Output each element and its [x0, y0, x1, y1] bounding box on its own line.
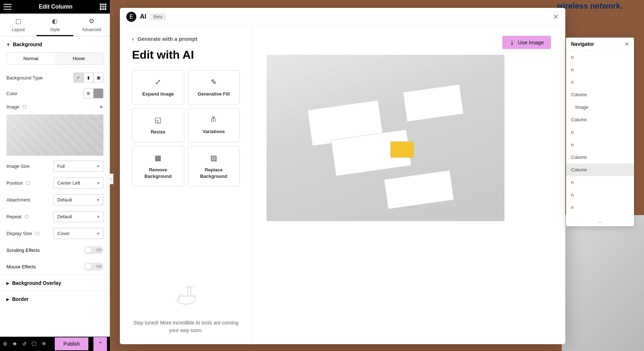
modal-header: E AI Beta ✕ — [120, 8, 565, 26]
row-color: Color ⊕ — [0, 86, 110, 101]
action-remove-bg[interactable]: ▦Remove Background — [132, 146, 184, 187]
action-variations[interactable]: ⫚Variations — [188, 108, 240, 142]
action-expand-image[interactable]: ⤢Expand Image — [132, 70, 184, 104]
action-resize[interactable]: ◱Resize — [132, 108, 184, 142]
promo-text: Stay tuned! More incredible AI tools are… — [132, 319, 240, 334]
bg-type-classic[interactable]: ✓ — [73, 73, 83, 83]
sidebar-collapse-handle[interactable]: ‹ — [110, 174, 113, 184]
device-icon[interactable]: 🖵 — [35, 231, 39, 236]
label-mouse: Mouse Effects — [6, 264, 36, 269]
label-bg-type: Background Type — [6, 75, 43, 81]
nav-item[interactable]: Column — [566, 88, 634, 101]
right-header: ⭳Use Image — [267, 36, 551, 49]
publish-caret[interactable]: ⌃ — [93, 337, 107, 351]
tab-advanced[interactable]: ⚙Advanced — [73, 14, 110, 36]
navigator-header: Navigator ✕ — [566, 38, 634, 51]
use-image-button[interactable]: ⭳Use Image — [502, 36, 551, 49]
device-icon[interactable]: 🖵 — [26, 181, 30, 186]
back-link[interactable]: ‹Generate with a prompt — [132, 36, 240, 42]
navigator-title: Navigator — [571, 41, 594, 47]
close-icon[interactable]: ✕ — [553, 13, 559, 21]
nav-item[interactable]: Column — [566, 151, 634, 164]
switch-mouse[interactable]: Off — [84, 263, 103, 270]
modal-left-panel: ‹Generate with a prompt Edit with AI ⤢Ex… — [120, 26, 252, 344]
label-display-size: Display Size🖵 — [6, 231, 39, 236]
layers-icon[interactable]: ❖ — [13, 341, 17, 347]
modal-right-panel: ⭳Use Image — [252, 26, 565, 344]
bg-type-buttons: ✓ ▮ ▣ — [73, 73, 103, 83]
device-icon[interactable]: 🖵 — [24, 214, 29, 219]
replace-bg-icon: ▨ — [191, 153, 237, 162]
ai-modal: E AI Beta ✕ ‹Generate with a prompt Edit… — [120, 8, 565, 344]
bg-type-gradient[interactable]: ▮ — [83, 73, 93, 83]
publish-button[interactable]: Publish — [55, 337, 88, 350]
color-swatch[interactable] — [93, 88, 103, 98]
device-icon[interactable]: 🖵 — [22, 104, 26, 109]
responsive-icon[interactable]: 🖵 — [31, 341, 36, 347]
nav-item[interactable]: Image — [566, 101, 634, 113]
action-generative-fill[interactable]: ✎Generative Fill — [188, 70, 240, 104]
switch-scrolling[interactable]: Off — [84, 246, 103, 254]
hamburger-icon[interactable] — [4, 4, 11, 10]
beta-badge: Beta — [150, 13, 166, 20]
nav-item[interactable]: n — [566, 63, 634, 76]
image-preview-large — [267, 55, 504, 221]
expand-icon: ⤢ — [135, 78, 181, 86]
label-color: Color — [6, 91, 18, 96]
select-repeat[interactable]: Default — [53, 211, 103, 222]
navigator-list: n n n Column Image Column n n Column Col… — [566, 51, 634, 215]
nav-item[interactable]: n — [566, 51, 634, 63]
tab-style[interactable]: ◐Style — [36, 14, 73, 36]
row-attachment: Attachment Default — [0, 191, 110, 208]
section-bg-overlay[interactable]: Background Overlay — [0, 275, 110, 291]
download-icon: ⭳ — [509, 39, 515, 45]
nav-item[interactable]: n — [566, 189, 634, 201]
color-global[interactable]: ⊕ — [83, 88, 93, 98]
chevron-left-icon: ‹ — [132, 36, 134, 42]
label-image: Image🖵 — [6, 104, 26, 109]
state-toggle: Normal Hover — [6, 52, 103, 65]
magic-hat-icon — [170, 278, 202, 311]
nav-item[interactable]: Column — [566, 113, 634, 126]
image-preview[interactable] — [6, 114, 103, 156]
row-image: Image🖵 ✦ — [0, 101, 110, 112]
variations-icon: ⫚ — [191, 116, 237, 124]
settings-icon[interactable]: ⚙ — [3, 341, 8, 347]
widgets-grid-icon[interactable] — [100, 4, 106, 10]
toggle-normal[interactable]: Normal — [7, 53, 55, 64]
label-image-size: Image Size — [6, 164, 30, 169]
ai-sparkle-icon[interactable]: ✦ — [99, 104, 103, 110]
select-position[interactable]: Center Left — [53, 177, 103, 189]
action-replace-bg[interactable]: ▨Replace Background — [188, 146, 240, 187]
brush-icon: ✎ — [191, 78, 237, 86]
ai-label: AI — [140, 13, 146, 20]
row-mouse: Mouse Effects Off — [0, 258, 110, 275]
nav-item[interactable]: n — [566, 176, 634, 189]
section-background[interactable]: Background — [0, 36, 110, 52]
bg-type-video[interactable]: ▣ — [93, 73, 103, 83]
tab-layout[interactable]: ▢Layout — [0, 14, 36, 36]
nav-item-selected[interactable]: Column — [566, 164, 634, 176]
toggle-hover[interactable]: Hover — [55, 53, 103, 64]
select-image-size[interactable]: Full — [53, 161, 103, 172]
nav-item[interactable]: n — [566, 76, 634, 88]
section-border[interactable]: Border — [0, 291, 110, 307]
style-icon: ◐ — [36, 17, 73, 25]
modal-title: Edit with AI — [132, 48, 240, 62]
nav-item[interactable]: n — [566, 126, 634, 138]
resize-icon: ◱ — [135, 116, 181, 124]
nav-item[interactable]: n — [566, 201, 634, 214]
select-display-size[interactable]: Cover — [53, 228, 103, 239]
row-bg-type: Background Type ✓ ▮ ▣ — [0, 70, 110, 86]
label-position: Position🖵 — [6, 180, 30, 186]
nav-item[interactable]: n — [566, 138, 634, 151]
style-panel: Background Normal Hover Background Type … — [0, 36, 110, 337]
navigator-close-icon[interactable]: ✕ — [625, 41, 629, 47]
preview-icon[interactable]: 👁 — [42, 341, 47, 347]
navigator-more[interactable]: ... — [566, 215, 634, 226]
sidebar-title: Edit Column — [39, 4, 72, 10]
remove-bg-icon: ▦ — [135, 153, 181, 162]
select-attachment[interactable]: Default — [53, 194, 103, 205]
navigator-panel: Navigator ✕ n n n Column Image Column n … — [566, 38, 634, 226]
history-icon[interactable]: ↺ — [22, 341, 26, 347]
